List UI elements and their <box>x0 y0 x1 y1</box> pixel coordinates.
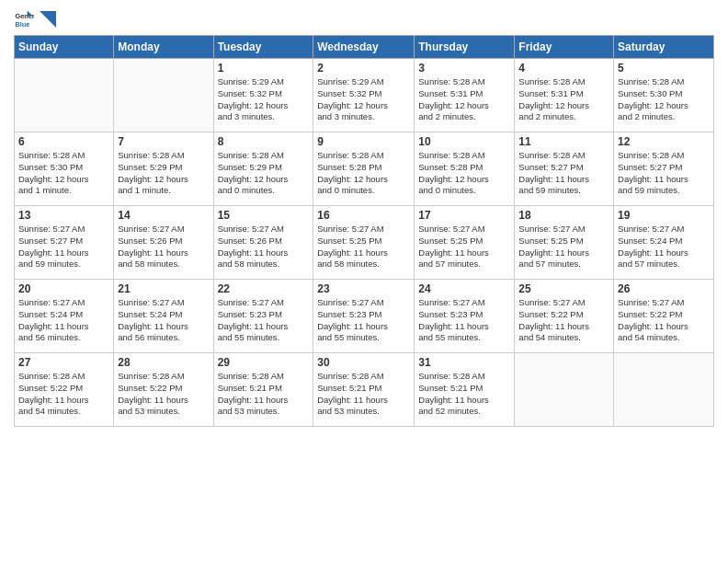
calendar-cell: 8Sunrise: 5:28 AM Sunset: 5:29 PM Daylig… <box>213 132 313 206</box>
calendar-cell: 27Sunrise: 5:28 AM Sunset: 5:22 PM Dayli… <box>15 353 114 427</box>
day-number: 25 <box>518 282 609 295</box>
day-number: 6 <box>18 135 109 148</box>
calendar-cell: 29Sunrise: 5:28 AM Sunset: 5:21 PM Dayli… <box>213 353 313 427</box>
calendar-cell: 16Sunrise: 5:27 AM Sunset: 5:25 PM Dayli… <box>313 206 415 280</box>
day-info: Sunrise: 5:28 AM Sunset: 5:31 PM Dayligh… <box>518 76 609 123</box>
weekday-header-tuesday: Tuesday <box>213 36 313 59</box>
day-number: 15 <box>218 209 310 222</box>
day-info: Sunrise: 5:28 AM Sunset: 5:21 PM Dayligh… <box>218 371 310 418</box>
day-info: Sunrise: 5:28 AM Sunset: 5:29 PM Dayligh… <box>218 150 310 197</box>
calendar-cell: 11Sunrise: 5:28 AM Sunset: 5:27 PM Dayli… <box>515 132 614 206</box>
day-info: Sunrise: 5:27 AM Sunset: 5:24 PM Dayligh… <box>18 297 109 344</box>
calendar-cell: 19Sunrise: 5:27 AM Sunset: 5:24 PM Dayli… <box>614 206 714 280</box>
day-number: 9 <box>317 135 410 148</box>
calendar-cell: 4Sunrise: 5:28 AM Sunset: 5:31 PM Daylig… <box>515 59 614 132</box>
calendar-cell: 3Sunrise: 5:28 AM Sunset: 5:31 PM Daylig… <box>415 59 515 132</box>
day-info: Sunrise: 5:28 AM Sunset: 5:27 PM Dayligh… <box>518 150 609 197</box>
day-info: Sunrise: 5:27 AM Sunset: 5:23 PM Dayligh… <box>218 297 310 344</box>
day-info: Sunrise: 5:28 AM Sunset: 5:29 PM Dayligh… <box>118 150 209 197</box>
day-info: Sunrise: 5:27 AM Sunset: 5:25 PM Dayligh… <box>317 224 410 270</box>
day-info: Sunrise: 5:27 AM Sunset: 5:25 PM Dayligh… <box>518 224 609 270</box>
calendar-cell: 24Sunrise: 5:27 AM Sunset: 5:23 PM Dayli… <box>415 280 515 353</box>
day-number: 26 <box>618 282 710 295</box>
day-info: Sunrise: 5:27 AM Sunset: 5:24 PM Dayligh… <box>118 297 209 344</box>
day-number: 10 <box>418 135 510 148</box>
day-info: Sunrise: 5:29 AM Sunset: 5:32 PM Dayligh… <box>317 76 410 123</box>
day-info: Sunrise: 5:28 AM Sunset: 5:27 PM Dayligh… <box>618 150 710 197</box>
day-info: Sunrise: 5:28 AM Sunset: 5:22 PM Dayligh… <box>18 371 109 418</box>
calendar-cell: 15Sunrise: 5:27 AM Sunset: 5:26 PM Dayli… <box>213 206 313 280</box>
day-info: Sunrise: 5:28 AM Sunset: 5:30 PM Dayligh… <box>18 150 109 197</box>
day-info: Sunrise: 5:28 AM Sunset: 5:21 PM Dayligh… <box>418 371 510 418</box>
weekday-header-sunday: Sunday <box>15 36 114 59</box>
day-number: 14 <box>118 209 209 222</box>
day-info: Sunrise: 5:27 AM Sunset: 5:22 PM Dayligh… <box>518 297 609 344</box>
calendar-cell <box>515 353 614 427</box>
weekday-header-wednesday: Wednesday <box>313 36 415 59</box>
calendar-cell: 10Sunrise: 5:28 AM Sunset: 5:28 PM Dayli… <box>415 132 515 206</box>
day-info: Sunrise: 5:28 AM Sunset: 5:28 PM Dayligh… <box>418 150 510 197</box>
day-info: Sunrise: 5:28 AM Sunset: 5:22 PM Dayligh… <box>118 371 209 418</box>
day-number: 19 <box>618 209 710 222</box>
calendar-cell: 26Sunrise: 5:27 AM Sunset: 5:22 PM Dayli… <box>614 280 714 353</box>
day-number: 20 <box>18 282 109 295</box>
calendar-cell: 22Sunrise: 5:27 AM Sunset: 5:23 PM Dayli… <box>213 280 313 353</box>
day-number: 7 <box>118 135 209 148</box>
day-number: 1 <box>218 62 310 75</box>
day-info: Sunrise: 5:27 AM Sunset: 5:25 PM Dayligh… <box>418 224 510 270</box>
day-info: Sunrise: 5:28 AM Sunset: 5:21 PM Dayligh… <box>317 371 410 418</box>
day-info: Sunrise: 5:27 AM Sunset: 5:23 PM Dayligh… <box>418 297 510 344</box>
calendar-cell <box>114 59 213 132</box>
weekday-header-thursday: Thursday <box>415 36 515 59</box>
calendar-cell: 1Sunrise: 5:29 AM Sunset: 5:32 PM Daylig… <box>213 59 313 132</box>
day-number: 11 <box>518 135 609 148</box>
day-info: Sunrise: 5:28 AM Sunset: 5:30 PM Dayligh… <box>618 76 710 123</box>
weekday-header-friday: Friday <box>515 36 614 59</box>
page-header: General Blue <box>14 9 714 29</box>
day-info: Sunrise: 5:28 AM Sunset: 5:31 PM Dayligh… <box>418 76 510 123</box>
day-number: 13 <box>18 209 109 222</box>
day-info: Sunrise: 5:27 AM Sunset: 5:26 PM Dayligh… <box>118 224 209 270</box>
calendar-cell: 18Sunrise: 5:27 AM Sunset: 5:25 PM Dayli… <box>515 206 614 280</box>
calendar-cell: 30Sunrise: 5:28 AM Sunset: 5:21 PM Dayli… <box>313 353 415 427</box>
calendar-table: SundayMondayTuesdayWednesdayThursdayFrid… <box>14 35 714 427</box>
day-number: 18 <box>518 209 609 222</box>
day-info: Sunrise: 5:27 AM Sunset: 5:22 PM Dayligh… <box>618 297 710 344</box>
calendar-cell: 13Sunrise: 5:27 AM Sunset: 5:27 PM Dayli… <box>15 206 114 280</box>
calendar-cell: 2Sunrise: 5:29 AM Sunset: 5:32 PM Daylig… <box>313 59 415 132</box>
weekday-header-saturday: Saturday <box>614 36 714 59</box>
day-info: Sunrise: 5:27 AM Sunset: 5:26 PM Dayligh… <box>218 224 310 270</box>
calendar-cell <box>614 353 714 427</box>
day-info: Sunrise: 5:28 AM Sunset: 5:28 PM Dayligh… <box>317 150 410 197</box>
day-number: 31 <box>418 356 510 369</box>
day-number: 27 <box>18 356 109 369</box>
day-number: 5 <box>618 62 710 75</box>
day-info: Sunrise: 5:27 AM Sunset: 5:24 PM Dayligh… <box>618 224 710 270</box>
day-info: Sunrise: 5:29 AM Sunset: 5:32 PM Dayligh… <box>218 76 310 123</box>
day-number: 28 <box>118 356 209 369</box>
svg-text:General: General <box>15 12 34 20</box>
day-number: 2 <box>317 62 410 75</box>
logo: General Blue <box>14 9 56 29</box>
day-number: 30 <box>317 356 410 369</box>
day-number: 8 <box>218 135 310 148</box>
calendar-cell: 20Sunrise: 5:27 AM Sunset: 5:24 PM Dayli… <box>15 280 114 353</box>
calendar-cell: 17Sunrise: 5:27 AM Sunset: 5:25 PM Dayli… <box>415 206 515 280</box>
calendar-cell: 25Sunrise: 5:27 AM Sunset: 5:22 PM Dayli… <box>515 280 614 353</box>
day-number: 12 <box>618 135 710 148</box>
day-number: 23 <box>317 282 410 295</box>
calendar-cell: 31Sunrise: 5:28 AM Sunset: 5:21 PM Dayli… <box>415 353 515 427</box>
day-number: 4 <box>518 62 609 75</box>
weekday-header-monday: Monday <box>114 36 213 59</box>
day-number: 16 <box>317 209 410 222</box>
calendar-cell: 6Sunrise: 5:28 AM Sunset: 5:30 PM Daylig… <box>15 132 114 206</box>
calendar-cell: 9Sunrise: 5:28 AM Sunset: 5:28 PM Daylig… <box>313 132 415 206</box>
day-info: Sunrise: 5:27 AM Sunset: 5:23 PM Dayligh… <box>317 297 410 344</box>
day-number: 22 <box>218 282 310 295</box>
calendar-cell <box>15 59 114 132</box>
day-number: 29 <box>218 356 310 369</box>
day-number: 17 <box>418 209 510 222</box>
calendar-cell: 14Sunrise: 5:27 AM Sunset: 5:26 PM Dayli… <box>114 206 213 280</box>
calendar-cell: 12Sunrise: 5:28 AM Sunset: 5:27 PM Dayli… <box>614 132 714 206</box>
logo-icon: General Blue <box>14 9 34 29</box>
